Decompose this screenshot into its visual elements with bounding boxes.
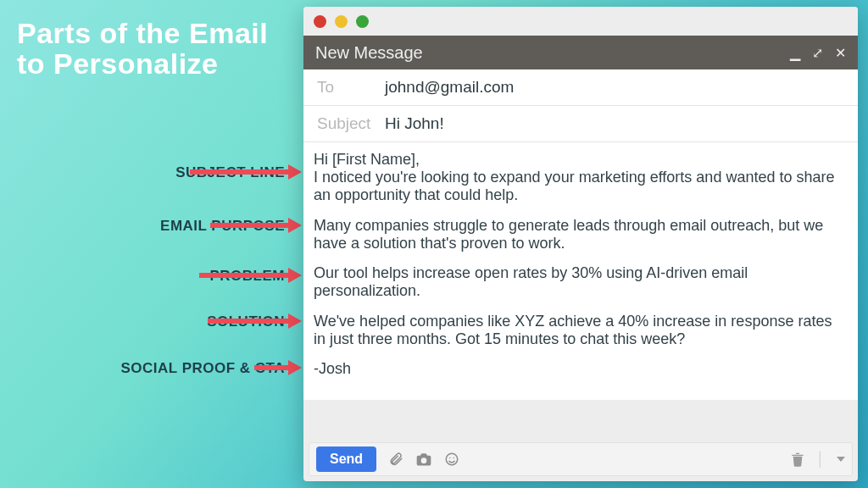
close-icon[interactable]: ✕ bbox=[835, 45, 846, 61]
zoom-dot-icon[interactable] bbox=[356, 15, 369, 28]
label-solution: SOLUTION bbox=[207, 313, 285, 330]
compose-toolbar: Send │ bbox=[309, 442, 853, 476]
compose-title: New Message bbox=[315, 43, 423, 63]
emoji-icon[interactable] bbox=[444, 452, 459, 467]
trash-icon[interactable] bbox=[791, 452, 804, 467]
email-body[interactable]: Hi [First Name], I noticed you're lookin… bbox=[303, 142, 858, 400]
label-problem: PROBLEM bbox=[210, 268, 286, 285]
title-line-2: to Personalize bbox=[17, 47, 219, 80]
expand-icon[interactable]: ⤢ bbox=[812, 45, 823, 61]
svg-point-3 bbox=[453, 458, 455, 459]
close-dot-icon[interactable] bbox=[314, 15, 326, 28]
body-greeting: Hi [First Name], bbox=[314, 151, 420, 168]
label-subject-line: SUBJECT LINE bbox=[175, 164, 285, 181]
to-label: To bbox=[317, 78, 385, 97]
attachment-icon[interactable] bbox=[388, 452, 403, 467]
label-email-purpose: EMAIL PURPOSE bbox=[160, 218, 285, 235]
minimize-dot-icon[interactable] bbox=[335, 15, 348, 28]
title-line-1: Parts of the Email bbox=[17, 17, 268, 49]
svg-point-0 bbox=[421, 458, 427, 463]
compose-header: New Message ▁ ⤢ ✕ bbox=[303, 36, 858, 69]
subject-field[interactable]: Subject Hi John! bbox=[303, 106, 858, 142]
to-field[interactable]: To johnd@gmail.com bbox=[303, 69, 858, 106]
svg-point-1 bbox=[446, 453, 458, 465]
svg-point-2 bbox=[449, 458, 451, 459]
compose-window: New Message ▁ ⤢ ✕ To johnd@gmail.com Sub… bbox=[303, 7, 858, 481]
subject-label: Subject bbox=[317, 114, 385, 133]
slide-title: Parts of the Email to Personalize bbox=[17, 19, 268, 79]
body-problem: Many companies struggle to generate lead… bbox=[314, 217, 844, 252]
minimize-icon[interactable]: ▁ bbox=[790, 45, 800, 61]
to-value: johnd@gmail.com bbox=[385, 78, 514, 97]
window-traffic-lights bbox=[303, 7, 858, 36]
camera-icon[interactable] bbox=[415, 452, 432, 467]
body-signature: -Josh bbox=[314, 360, 844, 378]
more-options-icon[interactable] bbox=[837, 457, 845, 462]
subject-value: Hi John! bbox=[385, 114, 444, 133]
body-social-cta: We've helped companies like XYZ achieve … bbox=[314, 313, 844, 348]
body-solution: Our tool helps increase open rates by 30… bbox=[314, 264, 844, 300]
compose-header-actions: ▁ ⤢ ✕ bbox=[790, 45, 846, 61]
body-purpose: I noticed you're looking to expand your … bbox=[314, 169, 834, 203]
label-social-proof-cta: SOCIAL PROOF & CTA bbox=[121, 360, 286, 377]
send-button[interactable]: Send bbox=[316, 446, 376, 472]
